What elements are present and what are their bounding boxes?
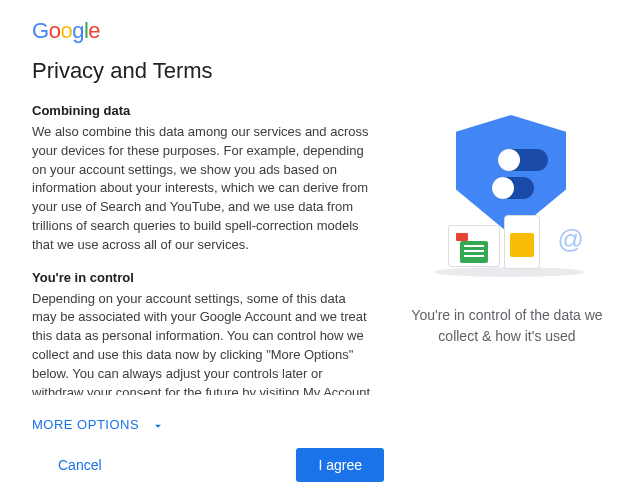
section-body-control: Depending on your account settings, some… (32, 290, 372, 395)
cancel-button[interactable]: Cancel (32, 449, 128, 481)
agree-button[interactable]: I agree (296, 448, 384, 482)
section-heading-control: You're in control (32, 269, 372, 288)
terms-scroll-area[interactable]: Combining data We also combine this data… (32, 102, 384, 395)
section-heading-combining: Combining data (32, 102, 372, 121)
page-title: Privacy and Terms (32, 58, 384, 84)
section-body-combining: We also combine this data among our serv… (32, 123, 372, 255)
action-bar: Cancel I agree (32, 442, 384, 484)
privacy-illustration: @ (422, 115, 592, 285)
chevron-down-icon (151, 419, 163, 431)
google-logo: Google (32, 18, 384, 44)
illustration-caption: You're in control of the data we collect… (408, 305, 606, 347)
at-sign-icon: @ (558, 224, 584, 255)
more-options-label: MORE OPTIONS (32, 417, 139, 432)
more-options-button[interactable]: MORE OPTIONS (32, 395, 384, 442)
